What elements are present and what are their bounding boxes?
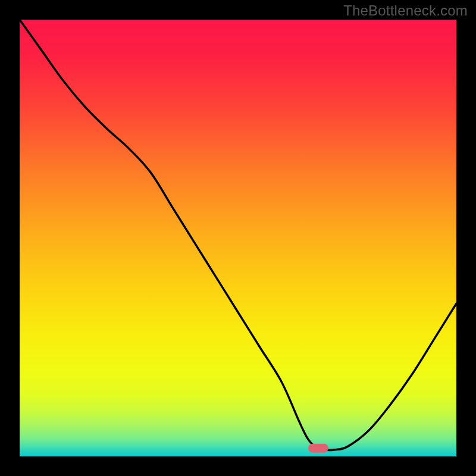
chart-frame: TheBottleneck.com <box>0 0 476 476</box>
watermark-text: TheBottleneck.com <box>343 2 468 19</box>
optimal-marker <box>308 444 328 453</box>
bottleneck-curve <box>20 20 456 456</box>
plot-area <box>20 20 456 456</box>
